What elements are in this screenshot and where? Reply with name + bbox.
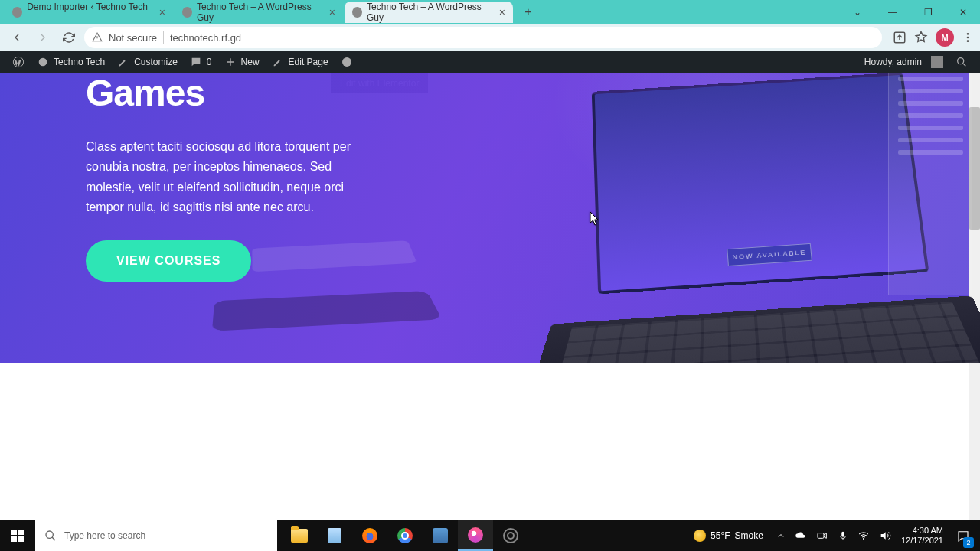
hero-description: Class aptent taciti sociosqu ad litora t… xyxy=(86,137,361,218)
browser-tab-active[interactable]: Techno Tech – A WordPress Guy × xyxy=(345,2,513,23)
hero-title: Games xyxy=(86,73,980,114)
volume-icon[interactable] xyxy=(875,520,895,551)
customize-label: Customize xyxy=(134,57,178,67)
obs-icon xyxy=(503,528,518,543)
svg-point-1 xyxy=(967,33,969,35)
weather-widget[interactable]: 55°F Smoke xyxy=(686,530,771,542)
new-tab-button[interactable]: + xyxy=(519,3,537,21)
comment-icon xyxy=(190,56,202,68)
avatar xyxy=(931,56,943,68)
svg-point-5 xyxy=(39,58,47,67)
comments-menu[interactable]: 0 xyxy=(184,51,218,73)
window-controls: ⌄ — ❐ ✕ xyxy=(841,0,980,24)
home-icon xyxy=(37,56,49,68)
address-bar: Not secure technotech.rf.gd M xyxy=(0,24,980,51)
start-button[interactable] xyxy=(0,520,35,551)
forward-button[interactable] xyxy=(32,27,54,48)
close-window-button[interactable]: ✕ xyxy=(946,0,980,24)
wp-logo-menu[interactable] xyxy=(6,51,31,73)
close-icon[interactable]: × xyxy=(159,6,165,18)
chrome-active-button[interactable] xyxy=(458,520,493,551)
comments-count: 0 xyxy=(207,57,212,67)
file-explorer-button[interactable] xyxy=(282,520,317,551)
search-icon xyxy=(44,530,57,542)
search-toggle[interactable] xyxy=(949,51,974,73)
pencil-icon xyxy=(272,56,284,68)
chrome-button[interactable] xyxy=(387,520,423,551)
app-button[interactable] xyxy=(423,520,458,551)
minimize-button[interactable]: — xyxy=(876,0,910,24)
brush-icon xyxy=(117,56,129,68)
tab-title: Demo Importer ‹ Techno Tech — xyxy=(27,2,152,23)
weather-condition: Smoke xyxy=(735,530,763,541)
kebab-menu-icon[interactable] xyxy=(962,31,974,44)
address-field[interactable]: Not secure technotech.rf.gd xyxy=(84,27,882,48)
search-icon xyxy=(956,56,968,68)
firefox-icon xyxy=(362,528,377,543)
search-placeholder: Type here to search xyxy=(64,530,145,541)
clock[interactable]: 4:30 AM 12/17/2021 xyxy=(897,526,948,546)
wifi-icon[interactable] xyxy=(854,520,874,551)
laptop-keyboard xyxy=(520,295,980,363)
site-name-menu[interactable]: Techno Tech xyxy=(31,51,111,73)
bookmark-star-icon[interactable] xyxy=(914,31,928,44)
notifications-button[interactable]: 2 xyxy=(949,520,977,551)
new-label: New xyxy=(241,57,260,67)
taskbar-apps xyxy=(282,520,528,551)
back-button[interactable] xyxy=(6,27,28,48)
url-text: technotech.rf.gd xyxy=(170,32,241,44)
wp-favicon xyxy=(12,7,22,18)
share-icon[interactable] xyxy=(893,31,906,44)
warning-icon xyxy=(92,32,103,43)
close-icon[interactable]: × xyxy=(499,6,505,18)
reload-button[interactable] xyxy=(58,27,80,48)
edit-page-label: Edit Page xyxy=(289,57,328,67)
howdy-menu[interactable]: Howdy, admin xyxy=(858,51,949,73)
wp-admin-bar: Techno Tech Customize 0 New Edit Page Ho… xyxy=(0,51,980,73)
tab-title: Techno Tech – A WordPress Guy xyxy=(197,2,322,23)
profile-button[interactable]: M xyxy=(936,28,954,47)
obs-button[interactable] xyxy=(493,520,528,551)
tabs-dropdown-icon[interactable]: ⌄ xyxy=(841,0,874,24)
onedrive-icon[interactable] xyxy=(791,520,811,551)
windows-taskbar: Type here to search 55°F Smoke 4:30 AM 1… xyxy=(0,520,980,551)
mouse-cursor xyxy=(590,211,600,227)
customize-menu[interactable]: Customize xyxy=(111,51,184,73)
taskbar-search[interactable]: Type here to search xyxy=(35,520,277,551)
edit-page-menu[interactable]: Edit Page xyxy=(266,51,335,73)
wp-favicon xyxy=(352,7,362,18)
svg-point-3 xyxy=(967,40,969,42)
windows-icon xyxy=(11,530,24,542)
folder-icon xyxy=(291,529,308,543)
browser-tab[interactable]: Demo Importer ‹ Techno Tech — × xyxy=(5,2,173,23)
mic-icon[interactable] xyxy=(834,520,852,551)
elementor-menu[interactable] xyxy=(335,51,359,73)
wordpress-icon xyxy=(12,56,24,68)
maximize-button[interactable]: ❐ xyxy=(911,0,945,24)
page-body-whitespace xyxy=(0,363,980,522)
svg-rect-9 xyxy=(818,533,824,539)
view-courses-button[interactable]: VIEW COURSES xyxy=(86,240,251,282)
hero-section: NOW AVAILABLE Games Class aptent taciti … xyxy=(0,73,980,363)
meet-now-icon[interactable] xyxy=(812,520,832,551)
security-label: Not secure xyxy=(109,32,157,44)
svg-point-2 xyxy=(967,37,969,39)
date-label: 12/17/2021 xyxy=(901,536,943,546)
notepad-button[interactable] xyxy=(317,520,352,551)
elementor-icon xyxy=(341,56,353,68)
svg-point-6 xyxy=(342,57,351,67)
browser-tab-strip: Demo Importer ‹ Techno Tech — × Techno T… xyxy=(0,0,980,24)
new-menu[interactable]: New xyxy=(218,51,266,73)
chrome-active-icon xyxy=(468,527,483,543)
tray-expand-button[interactable] xyxy=(773,520,789,551)
howdy-label: Howdy, admin xyxy=(864,57,922,67)
chrome-icon xyxy=(397,528,413,543)
plus-icon xyxy=(224,56,237,68)
svg-point-8 xyxy=(46,531,53,538)
svg-rect-10 xyxy=(841,532,844,537)
browser-tab[interactable]: Techno Tech – A WordPress Guy × xyxy=(175,2,343,23)
separator xyxy=(163,31,164,44)
site-name-label: Techno Tech xyxy=(54,57,105,67)
firefox-button[interactable] xyxy=(352,520,387,551)
close-icon[interactable]: × xyxy=(329,6,335,18)
